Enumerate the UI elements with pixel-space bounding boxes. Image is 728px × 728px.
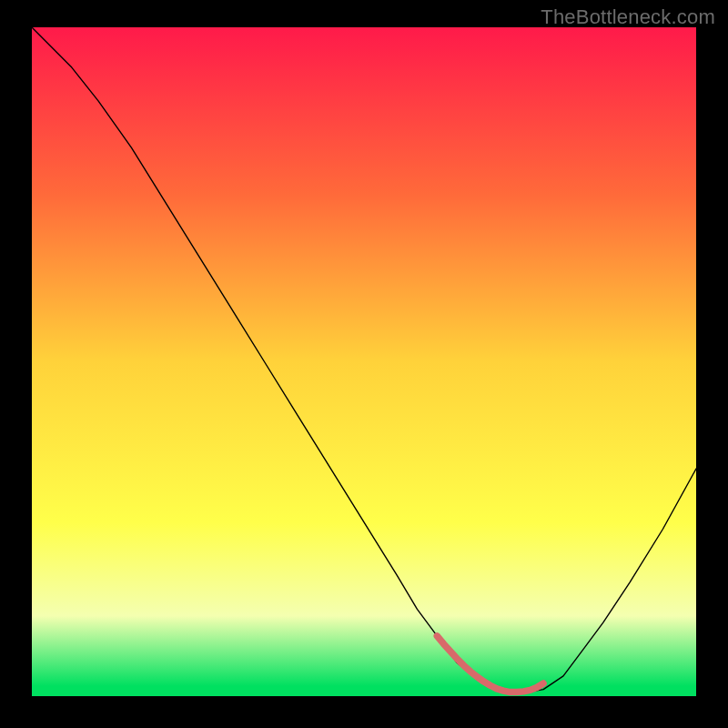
chart-plot-area bbox=[32, 27, 696, 696]
watermark-text: TheBottleneck.com bbox=[541, 5, 715, 29]
chart-background bbox=[32, 27, 696, 696]
